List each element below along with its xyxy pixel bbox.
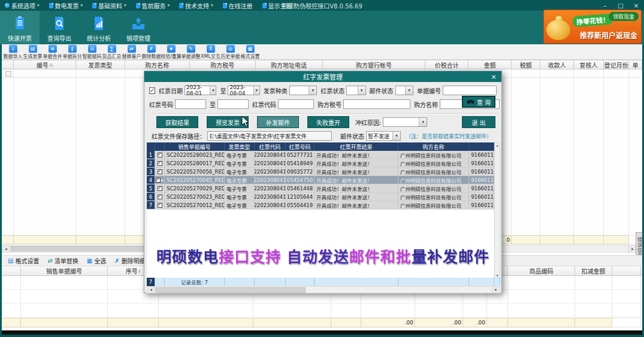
- dialog-close-button[interactable]: ×: [487, 71, 500, 82]
- column-header[interactable]: 红票代码: [255, 142, 286, 151]
- column-header[interactable]: 发票类型: [225, 142, 255, 151]
- checkbox-checked-icon[interactable]: ✓: [158, 195, 162, 199]
- tool-replace-customer[interactable]: ⇄替换客户: [122, 44, 141, 60]
- scroll-thumb[interactable]: [156, 287, 306, 293]
- menu-system-options[interactable]: 系统选项▾: [0, 0, 44, 11]
- red-code-input[interactable]: [278, 99, 314, 109]
- scroll-left-icon[interactable]: ◂: [2, 245, 10, 252]
- column-header[interactable]: 购方名称: [398, 142, 469, 151]
- invoice-row[interactable]: 7✓SC202205270012_RED电子专票3220230804110550…: [147, 201, 494, 210]
- column-header[interactable]: 复核人: [574, 60, 604, 69]
- query-button[interactable]: 查 询: [462, 96, 495, 108]
- tool-adjust-docs[interactable]: ✎单据调整: [181, 44, 201, 60]
- checkbox-checked-icon[interactable]: ✓: [158, 153, 162, 157]
- column-header[interactable]: 编号△: [14, 60, 76, 69]
- chevron-down-icon[interactable]: ▾: [309, 86, 316, 95]
- menu-basic-data[interactable]: 基础资料▾: [87, 0, 131, 11]
- checkbox-checked-icon[interactable]: ✓: [158, 169, 162, 174]
- invoice-kind-select[interactable]: ▾: [289, 86, 317, 95]
- column-header[interactable]: 购方名称: [125, 60, 190, 69]
- red-no-from-input[interactable]: [175, 99, 206, 109]
- row-selector-box[interactable]: [5, 71, 11, 77]
- promo-banner[interactable]: 挣零花钱！ 领取现金 推荐新用户返现金: [543, 10, 642, 44]
- row-checkbox-cell[interactable]: ✓▶: [155, 176, 165, 184]
- tool-generate-invoice[interactable]: ▤生成发票: [23, 44, 43, 60]
- tool-delete-data[interactable]: ✗删除数据: [141, 44, 161, 60]
- scroll-right-icon[interactable]: ▸: [492, 287, 500, 293]
- tool-history-docs[interactable]: ◎历史单据: [220, 44, 240, 60]
- invoice-row[interactable]: 6✓SC202205270023_RED电子专票3220230804111210…: [147, 193, 494, 201]
- row-checkbox-cell[interactable]: ✓: [155, 151, 165, 159]
- column-header[interactable]: 销售单据编号: [21, 266, 108, 275]
- tool-merge-docs[interactable]: ⊕单据合并: [43, 44, 62, 60]
- menu-digital-invoice[interactable]: 数电发票▾: [44, 0, 88, 11]
- column-header[interactable]: [155, 142, 165, 151]
- column-header[interactable]: 税额: [512, 60, 540, 69]
- dialog-titlebar[interactable]: 红字发票管理: [144, 71, 501, 82]
- exit-button[interactable]: 退 出: [462, 116, 495, 128]
- column-header[interactable]: [612, 266, 641, 275]
- reopen-failed-button[interactable]: 失败重开: [307, 116, 349, 128]
- checkbox-checked-icon[interactable]: ✓: [158, 186, 162, 191]
- save-path-input[interactable]: E:\桌面文件\电子发票文件\红字发票文件: [207, 131, 332, 141]
- date-from-select[interactable]: 2023-08-01▾: [185, 86, 216, 95]
- column-header[interactable]: 销售单据编号: [165, 142, 225, 151]
- column-header[interactable]: 单: [629, 60, 642, 69]
- tool-data-import[interactable]: ↓数据导入: [3, 44, 23, 60]
- tool-verify-recalc[interactable]: ★校验/重算: [161, 44, 181, 60]
- row-checkbox-cell[interactable]: ✓: [155, 201, 165, 209]
- column-header[interactable]: 扣减金额: [575, 266, 612, 275]
- column-header[interactable]: 商品编码: [508, 266, 575, 275]
- dialog-horizontal-scrollbar[interactable]: ◂ ▸: [147, 286, 500, 293]
- mail-send-mode-select[interactable]: 暂不发送▾: [366, 131, 401, 141]
- scroll-up-icon[interactable]: ▴: [496, 143, 498, 147]
- big-button-sales-management[interactable]: 销项管理: [119, 11, 158, 44]
- chevron-down-icon[interactable]: ▾: [405, 86, 413, 95]
- invoice-row[interactable]: 5✓SC202205270029_RED电子专票3220230804110546…: [147, 184, 494, 193]
- row-checkbox-cell[interactable]: ✓: [155, 193, 165, 201]
- big-button-query-export[interactable]: 查询导出: [40, 11, 79, 44]
- column-header[interactable]: 红票开票结果: [315, 142, 398, 151]
- row-checkbox-cell[interactable]: ✓: [155, 184, 165, 192]
- column-header[interactable]: 发票类型: [76, 60, 125, 69]
- menu-display-theme[interactable]: 显示主题▾: [258, 0, 301, 11]
- scroll-down-icon[interactable]: ▾: [496, 273, 498, 277]
- column-header[interactable]: [2, 60, 14, 69]
- column-header[interactable]: 收款人: [540, 60, 574, 69]
- big-button-stats-analysis[interactable]: 统计分析: [79, 11, 119, 44]
- doc-no-input[interactable]: [443, 86, 497, 95]
- tool-smart-coding[interactable]: ☰智能赋码: [82, 44, 102, 60]
- detail-tool-list-replace[interactable]: ⇄清单替换: [44, 256, 81, 266]
- column-header[interactable]: 红票号码: [286, 142, 315, 151]
- resend-mail-button[interactable]: 补发邮件: [257, 116, 299, 128]
- menu-online-register[interactable]: 在线注册: [218, 0, 258, 11]
- chevron-down-icon[interactable]: ▾: [210, 86, 216, 95]
- detail-tool-select-all[interactable]: ▦全选: [83, 256, 110, 266]
- column-header[interactable]: [2, 266, 21, 275]
- detail-tool-format-settings[interactable]: ▤格式设置: [4, 256, 43, 266]
- chevron-down-icon[interactable]: ▾: [392, 132, 400, 140]
- get-result-button[interactable]: 获取结果: [156, 116, 198, 128]
- buyer-tax-input[interactable]: [343, 99, 410, 109]
- checkbox-checked-icon[interactable]: ✓: [158, 203, 162, 208]
- invoice-row[interactable]: 4✓▶SC202205270045_RED电子专票322023080411054…: [147, 176, 494, 184]
- row-checkbox-cell[interactable]: ✓: [155, 168, 165, 175]
- column-header[interactable]: 登记月份: [604, 60, 629, 69]
- tool-goods-summary[interactable]: ∑货品汇总: [102, 44, 122, 60]
- column-header[interactable]: 金额: [468, 60, 512, 69]
- invoice-row[interactable]: 2✓SC202205280017_RED电子专票3220230804110541…: [147, 159, 494, 168]
- mail-status-select[interactable]: ▾: [395, 86, 414, 95]
- reverse-reason-select[interactable]: ▾: [383, 117, 427, 127]
- red-status-select[interactable]: ▾: [346, 86, 365, 95]
- column-header[interactable]: 购方地址电话: [256, 60, 323, 69]
- tool-format-settings[interactable]: ▦格式设置: [240, 44, 260, 60]
- preview-invoice-button[interactable]: 预览发票: [207, 116, 249, 128]
- red-no-to-input[interactable]: [217, 99, 249, 109]
- chevron-down-icon[interactable]: ▾: [253, 86, 259, 95]
- row-checkbox-cell[interactable]: ✓: [155, 159, 165, 167]
- column-header[interactable]: [469, 142, 494, 151]
- column-header[interactable]: 购方银行帐号: [323, 60, 426, 69]
- chevron-down-icon[interactable]: ▾: [419, 118, 427, 126]
- big-button-quick-invoice[interactable]: 快速开票: [0, 11, 40, 44]
- invoice-row[interactable]: 3✓SC202205270056_RED电子专票3220230804110903…: [147, 168, 494, 176]
